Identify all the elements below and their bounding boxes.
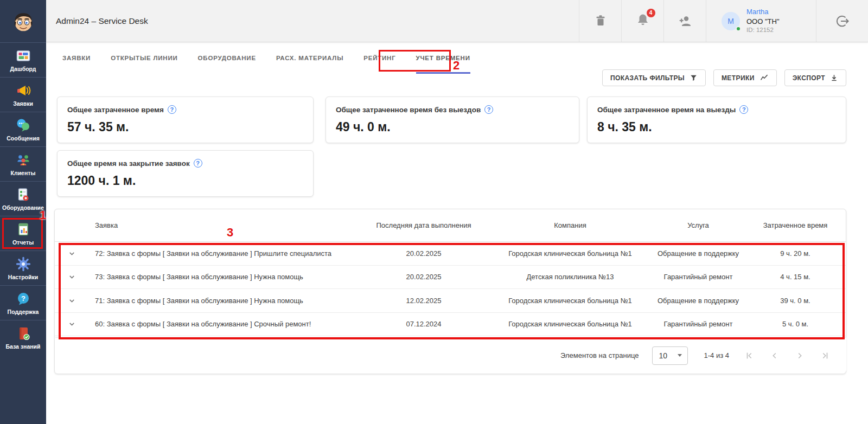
tab-open-lines[interactable]: ОТКРЫТЫЕ ЛИНИИ [111, 42, 177, 74]
chat-icon [15, 117, 31, 133]
tab-rating[interactable]: РЕЙТИНГ [363, 42, 395, 74]
chevron-down-icon [68, 297, 76, 305]
sidebar-item-dashboard[interactable]: Дашборд [0, 42, 46, 77]
stat-card-trip-time: Общее затраченное время на выезды ? 8 ч.… [587, 97, 846, 143]
cell-date: 12.02.2025 [359, 297, 489, 305]
stat-title: Общее затраченное время [67, 106, 164, 114]
support-icon: ? [15, 291, 31, 307]
logout-icon [834, 13, 851, 29]
avatar: M [722, 12, 740, 30]
user-id: ID: 12152 [746, 26, 780, 35]
row-expand-button[interactable] [55, 249, 88, 258]
col-service: Услуга [652, 221, 745, 229]
table-row[interactable]: 71: Заявка с формы [ Заявки на обслужива… [55, 289, 846, 313]
table-row[interactable]: 60: Заявка с формы [ Заявки на обслужива… [55, 313, 846, 337]
sidebar-item-equipment[interactable]: Оборудование [0, 181, 46, 216]
tab-consumables[interactable]: РАСХ. МАТЕРИАЛЫ [276, 42, 343, 74]
tab-requests[interactable]: ЗАЯВКИ [62, 42, 91, 74]
stat-card-closing-time: Общее время на закрытие заявок ? 1200 ч.… [57, 150, 314, 197]
last-page-icon [820, 351, 829, 361]
tab-equipment[interactable]: ОБОРУДОВАНИЕ [198, 42, 256, 74]
first-page-icon [745, 351, 755, 361]
cell-service: Обращение в поддержку [652, 249, 745, 258]
cell-date: 07.12.2024 [359, 320, 489, 328]
show-filters-button[interactable]: ПОКАЗАТЬ ФИЛЬТРЫ [602, 69, 706, 86]
sidebar-item-label: Оборудование [2, 204, 44, 211]
col-company: Компания [489, 221, 652, 229]
sidebar-item-clients[interactable]: Клиенты [0, 146, 46, 181]
sidebar-item-settings[interactable]: Настройки [0, 250, 46, 285]
stat-value: 8 ч. 35 м. [597, 120, 836, 134]
user-account-area[interactable]: M Martha ООО "ТН" ID: 12152 [706, 0, 816, 42]
app-title: Admin24 – Service Desk [46, 0, 579, 42]
prev-page-button[interactable] [769, 350, 780, 361]
cell-request: 73: Заявка с формы [ Заявки на обслужива… [88, 273, 359, 281]
cell-date: 20.02.2025 [359, 249, 489, 258]
stat-value: 1200 ч. 1 м. [67, 174, 303, 188]
megaphone-icon [15, 82, 31, 99]
cartoon-avatar-icon [9, 7, 37, 35]
sidebar-item-knowledge-base[interactable]: База знаний [0, 320, 46, 355]
funnel-icon [690, 74, 698, 82]
cell-company: Городская клиническая больница №1 [489, 320, 652, 328]
tab-time-tracking[interactable]: УЧЕТ ВРЕМЕНИ [416, 42, 470, 74]
dashboard-icon [15, 48, 31, 64]
sidebar-item-reports[interactable]: Отчеты [0, 216, 46, 250]
cell-company: Детская поликлиника №13 [489, 273, 652, 281]
logout-button[interactable] [816, 0, 868, 42]
toolbar: ПОКАЗАТЬ ФИЛЬТРЫ МЕТРИКИ ЭКСПОРТ [602, 69, 846, 86]
time-tracking-table: Заявка Последняя дата выполнения Компани… [54, 209, 846, 374]
page-range: 1-4 из 4 [704, 351, 729, 359]
sidebar-item-label: Заявки [13, 100, 33, 107]
chevron-down-icon [68, 320, 76, 328]
sidebar-item-label: Настройки [8, 274, 38, 280]
trash-button[interactable] [579, 0, 621, 42]
stat-card-total-time: Общее затраченное время ? 57 ч. 35 м. [57, 97, 314, 143]
first-page-button[interactable] [744, 350, 755, 361]
add-user-button[interactable] [663, 0, 706, 42]
trash-icon [592, 13, 609, 29]
sidebar-item-label: Отчеты [12, 239, 34, 246]
metrics-button[interactable]: МЕТРИКИ [713, 69, 777, 86]
help-icon[interactable]: ? [168, 105, 176, 114]
download-icon [830, 74, 838, 82]
cell-date: 20.02.2025 [359, 273, 489, 281]
equipment-icon [15, 187, 31, 203]
clients-icon [15, 152, 31, 168]
user-name-link[interactable]: Martha [746, 7, 780, 17]
metrics-label: МЕТРИКИ [722, 74, 755, 82]
export-label: ЭКСПОРТ [793, 74, 825, 82]
person-add-icon [677, 13, 693, 29]
page-size-select[interactable]: 10 [652, 346, 688, 365]
settings-gear-icon [15, 256, 31, 272]
sidebar-item-support[interactable]: ? Поддержка [0, 285, 46, 320]
row-expand-button[interactable] [55, 320, 88, 328]
caret-down-icon [678, 354, 682, 357]
cell-time: 39 ч. 0 м. [745, 297, 846, 305]
col-request: Заявка [88, 221, 359, 229]
sidebar-item-messages[interactable]: Сообщения [0, 112, 46, 146]
app-avatar[interactable] [0, 0, 46, 42]
help-icon[interactable]: ? [484, 105, 493, 114]
next-page-icon [795, 351, 805, 361]
table-row[interactable]: 73: Заявка с формы [ Заявки на обслужива… [55, 266, 846, 290]
sidebar-item-requests[interactable]: Заявки [0, 77, 46, 112]
stat-value: 57 ч. 35 м. [67, 120, 303, 134]
help-icon[interactable]: ? [739, 105, 748, 114]
help-icon[interactable]: ? [194, 159, 202, 168]
next-page-button[interactable] [794, 350, 805, 361]
items-per-page-label: Элементов на странице [560, 351, 639, 359]
last-page-button[interactable] [819, 350, 830, 361]
table-row[interactable]: 72: Заявка с формы [ Заявки на обслужива… [55, 242, 846, 266]
row-expand-button[interactable] [55, 297, 88, 305]
notifications-button[interactable]: 4 [621, 0, 663, 42]
row-expand-button[interactable] [55, 273, 88, 281]
show-filters-label: ПОКАЗАТЬ ФИЛЬТРЫ [610, 74, 685, 82]
stat-title: Общее затраченное время без выездов [336, 106, 481, 114]
sidebar-item-label: Сообщения [7, 135, 40, 142]
col-last-date: Последняя дата выполнения [359, 221, 489, 229]
online-status-dot [736, 26, 741, 31]
export-button[interactable]: ЭКСПОРТ [784, 69, 846, 86]
sidebar-item-label: База знаний [5, 343, 40, 350]
cell-company: Городская клиническая больница №1 [489, 249, 652, 258]
